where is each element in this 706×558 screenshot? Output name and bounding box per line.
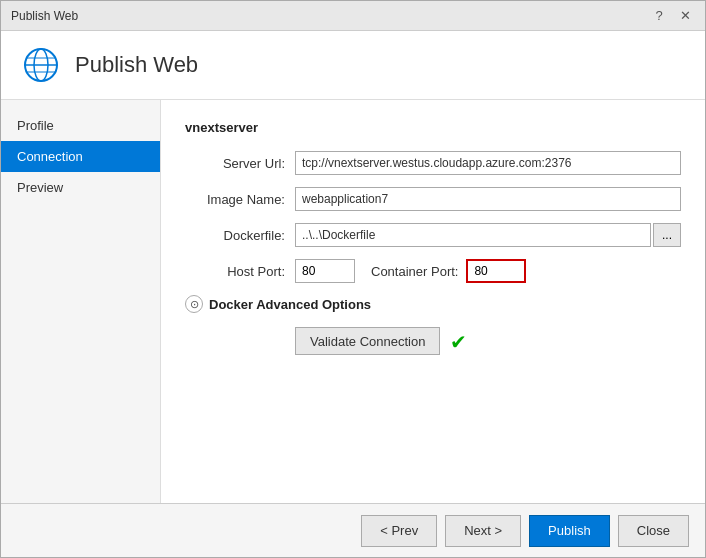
dockerfile-input[interactable]: [295, 223, 651, 247]
container-port-input[interactable]: [466, 259, 526, 283]
browse-button[interactable]: ...: [653, 223, 681, 247]
dialog-body: Profile Connection Preview vnextserver S…: [1, 100, 705, 503]
sidebar: Profile Connection Preview: [1, 100, 161, 503]
sidebar-item-preview[interactable]: Preview: [1, 172, 160, 203]
advanced-toggle-icon[interactable]: ⊙: [185, 295, 203, 313]
dialog-title: Publish Web: [75, 52, 198, 78]
publish-web-dialog: Publish Web ? ✕ Publish Web Profile Conn…: [0, 0, 706, 558]
validate-button[interactable]: Validate Connection: [295, 327, 440, 355]
help-button[interactable]: ?: [649, 9, 669, 22]
section-title: vnextserver: [185, 120, 681, 135]
image-name-input[interactable]: [295, 187, 681, 211]
image-name-label: Image Name:: [185, 192, 295, 207]
server-url-row: Server Url:: [185, 151, 681, 175]
next-button[interactable]: Next >: [445, 515, 521, 547]
sidebar-item-profile[interactable]: Profile: [1, 110, 160, 141]
advanced-label: Docker Advanced Options: [209, 297, 371, 312]
dialog-header: Publish Web: [1, 31, 705, 100]
window-title: Publish Web: [11, 9, 78, 23]
globe-icon: [21, 45, 61, 85]
advanced-options-row: ⊙ Docker Advanced Options: [185, 295, 681, 313]
prev-button[interactable]: < Prev: [361, 515, 437, 547]
host-port-label: Host Port:: [185, 264, 295, 279]
advanced-toggle-label: ⊙: [190, 298, 199, 311]
validation-success-icon: ✔: [450, 330, 472, 352]
image-name-row: Image Name:: [185, 187, 681, 211]
title-bar: Publish Web ? ✕: [1, 1, 705, 31]
close-window-button[interactable]: ✕: [675, 9, 695, 22]
publish-button[interactable]: Publish: [529, 515, 610, 547]
ports-container: Container Port:: [295, 259, 526, 283]
dialog-footer: < Prev Next > Publish Close: [1, 503, 705, 557]
dockerfile-row: Dockerfile: ...: [185, 223, 681, 247]
port-row: Host Port: Container Port:: [185, 259, 681, 283]
host-port-input[interactable]: [295, 259, 355, 283]
server-url-label: Server Url:: [185, 156, 295, 171]
dockerfile-label: Dockerfile:: [185, 228, 295, 243]
container-port-label: Container Port:: [371, 264, 458, 279]
title-bar-controls: ? ✕: [649, 9, 695, 22]
sidebar-item-connection[interactable]: Connection: [1, 141, 160, 172]
server-url-input[interactable]: [295, 151, 681, 175]
content-area: vnextserver Server Url: Image Name: Dock…: [161, 100, 705, 503]
close-button[interactable]: Close: [618, 515, 689, 547]
validate-row: Validate Connection ✔: [185, 327, 681, 355]
